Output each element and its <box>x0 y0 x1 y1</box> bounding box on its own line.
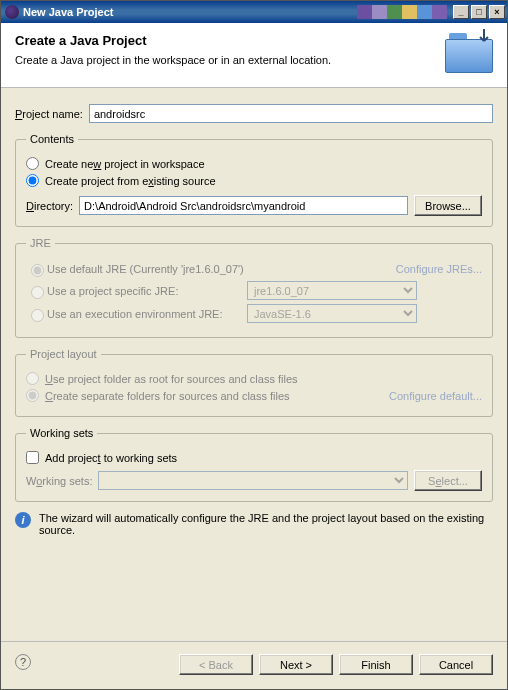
label-add-workingsets: Add project to working sets <box>45 452 177 464</box>
workingsets-group: Working sets Add project to working sets… <box>15 427 493 502</box>
configure-jres-link: Configure JREs... <box>396 263 482 275</box>
radio-specific-jre <box>31 286 44 299</box>
configure-default-link: Configure default... <box>389 390 482 402</box>
minimize-button[interactable]: _ <box>453 5 469 19</box>
radio-layout-root <box>26 372 39 385</box>
radio-default-jre <box>31 264 44 277</box>
contents-group: Contents Create new project in workspace… <box>15 133 493 227</box>
browse-button[interactable]: Browse... <box>414 195 482 216</box>
maximize-button[interactable]: □ <box>471 5 487 19</box>
select-workingsets-button: Select... <box>414 470 482 491</box>
radio-new-workspace[interactable] <box>26 157 39 170</box>
workingsets-combo <box>98 471 408 490</box>
jre-group: JRE Use default JRE (Currently 'jre1.6.0… <box>15 237 493 338</box>
titlebar[interactable]: New Java Project _ □ × <box>1 1 507 23</box>
layout-legend: Project layout <box>26 348 101 360</box>
close-button[interactable]: × <box>489 5 505 19</box>
banner: Create a Java Project Create a Java proj… <box>1 23 507 88</box>
project-name-label: Project name: <box>15 108 83 120</box>
title-decoration <box>357 5 447 19</box>
banner-subtext: Create a Java project in the workspace o… <box>15 54 445 66</box>
help-icon[interactable]: ? <box>15 654 31 670</box>
label-layout-root: Use project folder as root for sources a… <box>45 373 298 385</box>
directory-input[interactable] <box>79 196 408 215</box>
jre-legend: JRE <box>26 237 55 249</box>
next-button[interactable]: Next > <box>259 654 333 675</box>
wizard-folder-icon <box>445 33 493 73</box>
finish-button[interactable]: Finish <box>339 654 413 675</box>
radio-env-jre <box>31 309 44 322</box>
info-icon: i <box>15 512 31 528</box>
back-button: < Back <box>179 654 253 675</box>
specific-jre-combo: jre1.6.0_07 <box>247 281 417 300</box>
label-specific-jre: Use a project specific JRE: <box>47 285 247 297</box>
env-jre-combo: JavaSE-1.6 <box>247 304 417 323</box>
cancel-button[interactable]: Cancel <box>419 654 493 675</box>
workingsets-label: Working sets: <box>26 475 92 487</box>
project-name-input[interactable] <box>89 104 493 123</box>
directory-label: Directory: <box>26 200 73 212</box>
contents-legend: Contents <box>26 133 78 145</box>
window-title: New Java Project <box>23 6 114 18</box>
layout-group: Project layout Use project folder as roo… <box>15 348 493 417</box>
radio-layout-separate <box>26 389 39 402</box>
workingsets-legend: Working sets <box>26 427 97 439</box>
label-existing-source: Create project from existing source <box>45 175 216 187</box>
label-default-jre: Use default JRE (Currently 'jre1.6.0_07'… <box>47 263 247 275</box>
radio-existing-source[interactable] <box>26 174 39 187</box>
banner-heading: Create a Java Project <box>15 33 445 48</box>
eclipse-icon <box>5 5 19 19</box>
label-env-jre: Use an execution environment JRE: <box>47 308 247 320</box>
add-to-workingsets-checkbox[interactable] <box>26 451 39 464</box>
wizard-info-text: The wizard will automatically configure … <box>39 512 493 536</box>
label-layout-separate: Create separate folders for sources and … <box>45 390 389 402</box>
label-new-workspace: Create new project in workspace <box>45 158 205 170</box>
